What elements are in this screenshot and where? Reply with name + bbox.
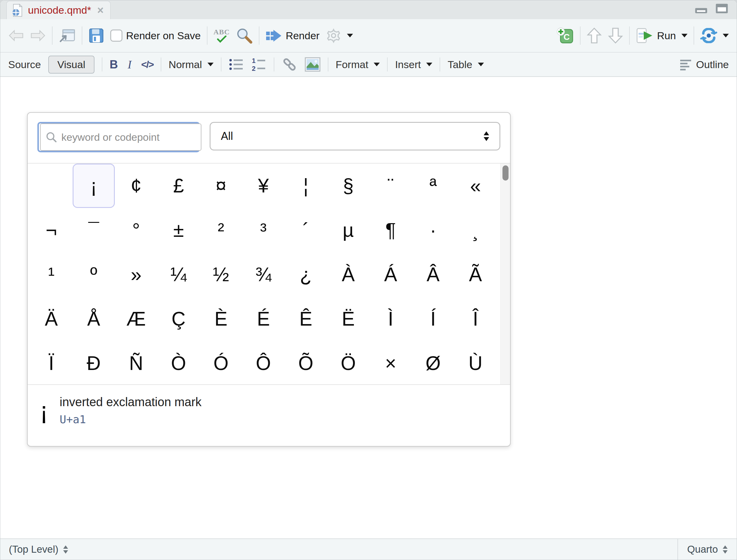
render-options-button[interactable]	[326, 28, 353, 43]
italic-button[interactable]: I	[125, 58, 134, 71]
symbol-cell[interactable]: ½	[200, 252, 243, 297]
numbered-list-button[interactable]: 1 2	[251, 57, 267, 71]
symbol-cell[interactable]: ¢	[115, 164, 157, 208]
forward-button[interactable]	[30, 29, 46, 42]
symbol-cell[interactable]: º	[73, 252, 115, 297]
symbol-cell[interactable]: Á	[369, 252, 412, 297]
symbol-cell[interactable]: ¡	[73, 164, 115, 208]
symbol-cell[interactable]: Î	[454, 297, 497, 341]
open-in-new-window-button[interactable]	[59, 28, 76, 43]
symbol-cell[interactable]: ¾	[242, 252, 285, 297]
svg-text:C: C	[563, 32, 570, 42]
symbol-cell[interactable]: Å	[73, 297, 115, 341]
symbol-cell[interactable]: È	[200, 297, 243, 341]
symbol-cell[interactable]: ×	[369, 341, 412, 385]
symbol-cell[interactable]: °	[115, 208, 157, 252]
symbol-cell[interactable]: Õ	[285, 341, 327, 385]
symbol-cell[interactable]: §	[327, 164, 369, 208]
symbol-cell[interactable]: Ã	[454, 252, 497, 297]
visual-mode-button[interactable]: Visual	[48, 56, 95, 74]
symbol-cell[interactable]: ²	[200, 208, 243, 252]
symbol-cell[interactable]: ¤	[200, 164, 243, 208]
symbol-cell[interactable]: ³	[242, 208, 285, 252]
bullet-list-button[interactable]	[229, 57, 244, 71]
symbol-cell[interactable]: Ä	[30, 297, 73, 341]
save-button[interactable]	[88, 28, 104, 43]
scope-selector[interactable]: (Top Level)	[0, 539, 77, 560]
render-on-save-checkbox[interactable]: Render on Save	[110, 29, 201, 42]
symbol-cell[interactable]: «	[454, 164, 497, 208]
symbol-cell[interactable]: Ï	[30, 341, 73, 385]
symbol-cell[interactable]: ¸	[454, 208, 497, 252]
find-replace-button[interactable]	[236, 27, 253, 44]
symbol-cell[interactable]: É	[242, 297, 285, 341]
insert-code-chunk-button[interactable]: C	[556, 27, 574, 44]
symbol-cell[interactable]: Ç	[157, 297, 200, 341]
symbol-cell[interactable]: ¶	[369, 208, 412, 252]
editor-canvas[interactable]: All ¡¢£¤¥¦§¨ª«¬¯°±²³´µ¶·¸¹º»¼½¾¿ÀÁÂÃÄÅÆÇ…	[0, 77, 737, 538]
editor-tab[interactable]: unicode.qmd* ×	[6, 1, 111, 19]
symbol-cell[interactable]: À	[327, 252, 369, 297]
symbol-cell[interactable]: Æ	[115, 297, 157, 341]
insert-menu[interactable]: Insert	[395, 59, 432, 71]
symbol-cell[interactable]: ¿	[285, 252, 327, 297]
search-icon	[46, 131, 57, 143]
symbol-cell[interactable]: Â	[412, 252, 454, 297]
maximize-pane-icon[interactable]	[715, 3, 728, 14]
outline-toggle[interactable]: Outline	[679, 58, 729, 71]
format-menu-label: Format	[336, 59, 368, 71]
insert-caret-icon	[426, 63, 432, 66]
symbol-cell[interactable]: Ð	[73, 341, 115, 385]
run-button[interactable]: Run	[636, 27, 687, 44]
symbol-cell[interactable]: »	[115, 252, 157, 297]
spellcheck-button[interactable]: ABC	[214, 28, 230, 43]
symbol-cell[interactable]: Ù	[454, 341, 497, 385]
code-button[interactable]: </>	[141, 59, 153, 70]
symbol-cell[interactable]	[30, 164, 73, 208]
symbol-cell[interactable]: ±	[157, 208, 200, 252]
symbol-cell[interactable]: £	[157, 164, 200, 208]
document-mode-selector[interactable]: Quarto	[677, 539, 737, 560]
paragraph-style-dropdown[interactable]: Normal	[169, 59, 214, 71]
symbol-search-input[interactable]	[61, 131, 196, 143]
previous-chunk-button[interactable]	[587, 27, 602, 44]
symbol-cell[interactable]: Ë	[327, 297, 369, 341]
symbol-cell[interactable]: Ì	[369, 297, 412, 341]
render-button[interactable]: Render	[266, 29, 320, 43]
symbol-cell[interactable]: ¥	[242, 164, 285, 208]
render-on-save-label: Render on Save	[126, 30, 201, 42]
symbol-cell[interactable]: ´	[285, 208, 327, 252]
tab-close-icon[interactable]: ×	[97, 5, 104, 16]
symbol-cell[interactable]: ¼	[157, 252, 200, 297]
symbol-cell[interactable]: µ	[327, 208, 369, 252]
symbol-cell[interactable]: ¦	[285, 164, 327, 208]
symbol-cell[interactable]: Ö	[327, 341, 369, 385]
symbol-cell[interactable]: Ó	[200, 341, 243, 385]
symbol-cell[interactable]: Ê	[285, 297, 327, 341]
symbol-cell[interactable]: ¬	[30, 208, 73, 252]
symbol-cell[interactable]: Ø	[412, 341, 454, 385]
link-button[interactable]	[282, 57, 298, 72]
symbol-cell[interactable]: ª	[412, 164, 454, 208]
table-menu[interactable]: Table	[447, 59, 484, 71]
symbol-cell[interactable]: Ñ	[115, 341, 157, 385]
bold-button[interactable]: B	[110, 58, 118, 71]
scrollbar-thumb[interactable]	[502, 165, 508, 181]
symbol-cell[interactable]: ¯	[73, 208, 115, 252]
symbol-cell[interactable]: Í	[412, 297, 454, 341]
symbol-cell[interactable]: ¹	[30, 252, 73, 297]
symbol-cell[interactable]: ¨	[369, 164, 412, 208]
minimize-pane-icon[interactable]	[695, 3, 708, 14]
source-document-button[interactable]	[700, 28, 729, 43]
symbol-cell[interactable]: Ô	[242, 341, 285, 385]
next-chunk-button[interactable]	[608, 27, 623, 44]
back-button[interactable]	[8, 29, 24, 42]
format-menu[interactable]: Format	[336, 59, 380, 71]
symbol-grid-scrollbar[interactable]	[500, 164, 510, 384]
image-button[interactable]	[305, 57, 321, 72]
symbol-cell[interactable]: ·	[412, 208, 454, 252]
checkbox-icon[interactable]	[110, 29, 122, 42]
source-mode-button[interactable]: Source	[8, 59, 41, 71]
symbol-category-select[interactable]: All	[210, 122, 500, 150]
symbol-cell[interactable]: Ò	[157, 341, 200, 385]
